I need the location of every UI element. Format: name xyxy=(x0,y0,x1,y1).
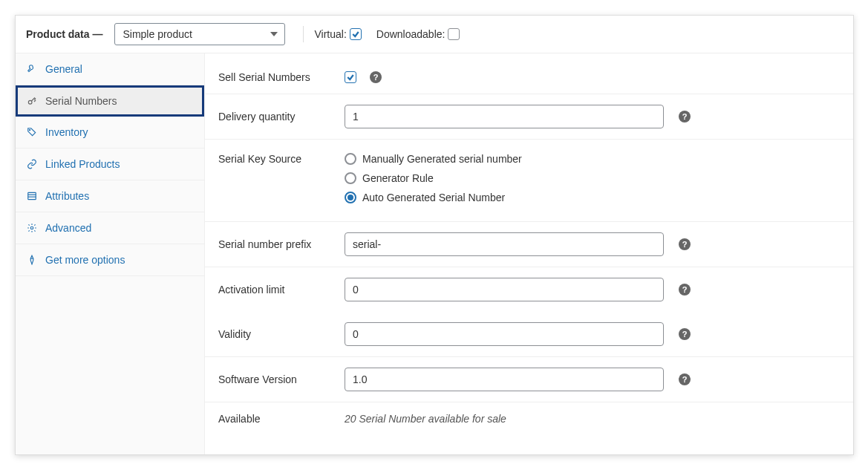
row-software-version: Software Version ? xyxy=(205,357,853,402)
help-icon[interactable]: ? xyxy=(679,373,691,385)
panel-body: General Serial Numbers Inventory Linked … xyxy=(16,53,853,454)
header-divider xyxy=(303,26,304,42)
key-icon xyxy=(26,95,38,107)
activation-limit-label: Activation limit xyxy=(218,284,345,296)
prefix-input[interactable] xyxy=(345,232,664,256)
prefix-label: Serial number prefix xyxy=(218,238,345,250)
sidebar-item-label: Attributes xyxy=(45,190,89,202)
wrench-icon xyxy=(26,63,38,75)
sidebar-item-label: Linked Products xyxy=(45,158,120,170)
pin-icon xyxy=(26,254,38,266)
link-icon xyxy=(26,158,38,170)
downloadable-label: Downloadable: xyxy=(376,28,446,40)
sidebar-item-attributes[interactable]: Attributes xyxy=(16,180,204,212)
tag-icon xyxy=(26,126,38,138)
row-prefix: Serial number prefix ? xyxy=(205,222,853,267)
virtual-checkbox[interactable] xyxy=(350,28,362,40)
row-validity: Validity ? xyxy=(205,312,853,357)
product-data-panel: Product data — Simple product Virtual: D… xyxy=(15,15,854,455)
serial-key-source-label: Serial Key Source xyxy=(218,153,345,165)
sidebar-item-linked-products[interactable]: Linked Products xyxy=(16,148,204,180)
available-text: 20 Serial Number available for sale xyxy=(345,413,506,425)
row-delivery-qty: Delivery quantity ? xyxy=(205,94,853,140)
sidebar-item-label: Advanced xyxy=(45,222,91,234)
software-version-input[interactable] xyxy=(345,368,664,391)
gear-icon xyxy=(26,222,38,234)
help-icon[interactable]: ? xyxy=(370,71,382,83)
delivery-qty-label: Delivery quantity xyxy=(218,111,345,123)
panel-header: Product data — Simple product Virtual: D… xyxy=(16,16,853,53)
row-sell-serial: Sell Serial Numbers ? xyxy=(205,65,853,94)
row-available: Available 20 Serial Number available for… xyxy=(205,402,853,435)
radio-input[interactable] xyxy=(345,192,356,203)
help-icon[interactable]: ? xyxy=(679,284,691,296)
downloadable-checkbox-label[interactable]: Downloadable: xyxy=(376,28,460,40)
radio-input[interactable] xyxy=(345,153,356,165)
help-icon[interactable]: ? xyxy=(679,238,691,250)
sidebar-item-general[interactable]: General xyxy=(16,53,204,85)
svg-point-1 xyxy=(30,130,30,131)
help-icon[interactable]: ? xyxy=(679,111,691,123)
content-area: Sell Serial Numbers ? Delivery quantity … xyxy=(205,53,853,454)
sidebar-item-serial-numbers[interactable]: Serial Numbers xyxy=(16,85,204,117)
svg-point-5 xyxy=(30,226,33,229)
available-label: Available xyxy=(218,413,345,425)
sidebar-item-label: General xyxy=(45,63,82,75)
downloadable-checkbox[interactable] xyxy=(448,28,460,40)
sidebar-item-advanced[interactable]: Advanced xyxy=(16,212,204,244)
validity-label: Validity xyxy=(218,328,345,340)
product-type-wrap: Simple product xyxy=(114,23,285,45)
panel-title: Product data — xyxy=(26,28,102,40)
sell-serial-checkbox[interactable] xyxy=(345,71,356,83)
radio-input[interactable] xyxy=(345,172,356,184)
row-serial-key-source: Serial Key Source Manually Generated ser… xyxy=(205,140,853,222)
virtual-checkbox-label[interactable]: Virtual: xyxy=(314,28,361,40)
sidebar-item-get-more[interactable]: Get more options xyxy=(16,244,204,276)
product-type-select[interactable]: Simple product xyxy=(114,23,285,45)
sidebar-item-label: Serial Numbers xyxy=(45,95,117,107)
radio-auto-generated[interactable]: Auto Generated Serial Number xyxy=(345,192,522,203)
activation-limit-input[interactable] xyxy=(345,278,664,301)
radio-label: Auto Generated Serial Number xyxy=(362,192,505,203)
help-icon[interactable]: ? xyxy=(679,328,691,340)
validity-input[interactable] xyxy=(345,322,664,346)
serial-key-source-radios: Manually Generated serial number Generat… xyxy=(345,153,522,203)
virtual-label: Virtual: xyxy=(314,28,346,40)
software-version-label: Software Version xyxy=(218,373,345,385)
radio-label: Generator Rule xyxy=(362,172,434,184)
sidebar-item-inventory[interactable]: Inventory xyxy=(16,117,204,148)
radio-label: Manually Generated serial number xyxy=(362,153,522,165)
radio-generator-rule[interactable]: Generator Rule xyxy=(345,172,522,184)
svg-rect-2 xyxy=(28,192,36,199)
row-activation-limit: Activation limit ? xyxy=(205,267,853,312)
sidebar: General Serial Numbers Inventory Linked … xyxy=(16,53,205,454)
svg-point-0 xyxy=(28,100,32,104)
sell-serial-label: Sell Serial Numbers xyxy=(218,71,345,83)
delivery-qty-input[interactable] xyxy=(345,105,664,128)
sidebar-item-label: Inventory xyxy=(45,126,88,138)
sidebar-item-label: Get more options xyxy=(45,254,125,266)
radio-manual[interactable]: Manually Generated serial number xyxy=(345,153,522,165)
list-icon xyxy=(26,190,38,202)
